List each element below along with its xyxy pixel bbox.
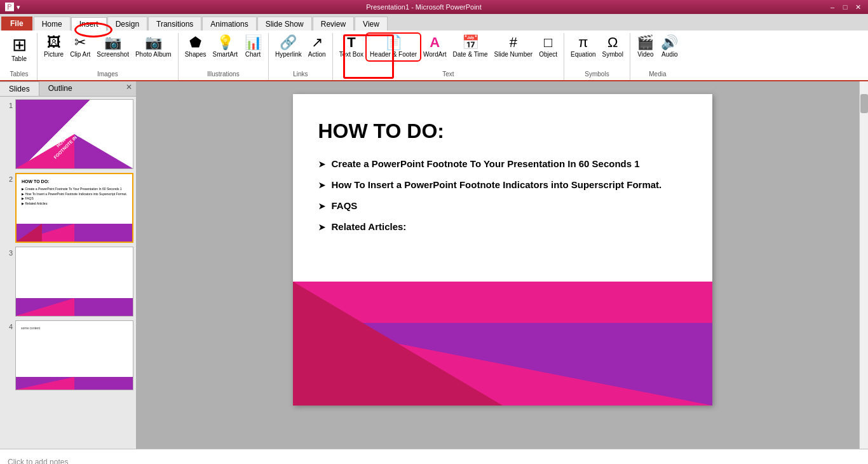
slide-thumb-2[interactable]: 2 HOW TO DO: ▶ Create a PowerPoint Footn… xyxy=(3,173,133,243)
screenshot-button[interactable]: 📷 Screenshot xyxy=(94,34,132,60)
ribbon-group-tables: ⊞ Table Tables xyxy=(3,33,37,80)
close-panel-button[interactable]: ✕ xyxy=(122,81,136,96)
clip-art-button[interactable]: ✂ Clip Art xyxy=(67,34,93,60)
chart-icon: 📊 xyxy=(245,36,262,50)
canvas-scrollbar[interactable] xyxy=(859,81,868,449)
header-footer-label: Header & Footer xyxy=(370,51,417,58)
slide-bullets: ➤ Create a PowerPoint Footnote To Your P… xyxy=(318,158,687,232)
textbox-label: Text Box xyxy=(339,51,363,58)
slide-num-3: 3 xyxy=(3,247,13,257)
window-title: Presentation1 - Microsoft PowerPoint xyxy=(20,3,827,11)
ribbon-group-illustrations: ⬟ Shapes 💡 SmartArt 📊 Chart Illustration… xyxy=(180,33,269,80)
video-icon: 🎬 xyxy=(637,36,654,50)
video-label: Video xyxy=(637,51,653,58)
wordart-button[interactable]: A WordArt xyxy=(421,34,449,60)
bullet-arrow-3: ➤ xyxy=(318,201,325,211)
bullet-text-1: Create a PowerPoint Footnote To Your Pre… xyxy=(332,158,640,169)
audio-button[interactable]: 🔊 Audio xyxy=(658,34,681,60)
clip-art-label: Clip Art xyxy=(70,51,90,58)
symbol-icon: Ω xyxy=(607,36,618,50)
symbol-button[interactable]: Ω Symbol xyxy=(600,34,626,60)
slides-tab[interactable]: Slides xyxy=(0,81,39,96)
table-icon: ⊞ xyxy=(12,36,27,54)
textbox-button[interactable]: T Text Box xyxy=(337,34,366,60)
equation-label: Equation xyxy=(571,51,595,58)
left-panel: Slides Outline ✕ 1 HOW TO CREATE AFOOTNO… xyxy=(0,81,137,449)
video-button[interactable]: 🎬 Video xyxy=(634,34,657,60)
slide-thumb-4[interactable]: 4 some content xyxy=(3,320,133,390)
outline-tab[interactable]: Outline xyxy=(39,81,81,96)
slides-list: 1 HOW TO CREATE AFOOTNOTE IN POWERPOINT xyxy=(0,97,136,449)
photo-album-button[interactable]: 📷 Photo Album xyxy=(133,34,174,60)
picture-icon: 🖼 xyxy=(47,36,61,50)
tab-view[interactable]: View xyxy=(355,17,388,31)
header-footer-button[interactable]: 📄 Header & Footer xyxy=(367,34,419,60)
slide-num-2: 2 xyxy=(3,173,13,183)
screenshot-label: Screenshot xyxy=(97,51,129,58)
header-footer-icon: 📄 xyxy=(385,36,402,50)
picture-button[interactable]: 🖼 Picture xyxy=(41,34,66,60)
picture-label: Picture xyxy=(44,51,64,58)
slide2-content: ▶ Create a PowerPoint Footnote To Your P… xyxy=(22,187,130,206)
date-time-label: Date & Time xyxy=(453,51,488,58)
equation-button[interactable]: π Equation xyxy=(568,34,598,60)
illustrations-group-label: Illustrations xyxy=(182,69,264,79)
slide-thumb-1[interactable]: 1 HOW TO CREATE AFOOTNOTE IN POWERPOINT xyxy=(3,99,133,169)
ribbon-tab-bar: File Home Insert Design Transitions Anim… xyxy=(0,14,868,31)
table-button[interactable]: ⊞ Table xyxy=(5,34,33,65)
slide-number-button[interactable]: # Slide Number xyxy=(492,34,536,60)
slide-number-icon: # xyxy=(510,36,517,50)
slide-preview-4[interactable]: some content xyxy=(15,320,133,390)
action-button[interactable]: ↗ Action xyxy=(306,34,329,60)
slide-canvas[interactable]: HOW TO DO: ➤ Create a PowerPoint Footnot… xyxy=(293,94,712,406)
maximize-button[interactable]: □ xyxy=(840,2,850,12)
slide-num-1: 1 xyxy=(3,99,13,109)
bullet-arrow-4: ➤ xyxy=(318,222,325,232)
table-label: Table xyxy=(11,55,27,63)
tab-insert[interactable]: Insert xyxy=(71,17,107,31)
bullet-3: ➤ FAQS xyxy=(318,200,687,211)
tab-slideshow[interactable]: Slide Show xyxy=(257,17,312,31)
slide-thumb-3[interactable]: 3 xyxy=(3,247,133,317)
hyperlink-button[interactable]: 🔗 Hyperlink xyxy=(273,34,304,60)
screenshot-icon: 📷 xyxy=(104,36,121,50)
bullet-text-4: Related Articles: xyxy=(332,221,407,232)
photo-album-icon: 📷 xyxy=(145,36,162,50)
slide-preview-1[interactable]: HOW TO CREATE AFOOTNOTE IN POWERPOINT xyxy=(15,99,133,169)
links-group-label: Links xyxy=(273,69,329,79)
smartart-icon: 💡 xyxy=(217,36,234,50)
bullet-2: ➤ How To Insert a PowerPoint Footnote In… xyxy=(318,179,687,190)
tab-animations[interactable]: Animations xyxy=(202,17,256,31)
notes-area[interactable]: Click to add notes xyxy=(0,449,868,464)
slide-bottom-decoration xyxy=(293,282,712,406)
tab-file[interactable]: File xyxy=(1,17,32,31)
minimize-button[interactable]: – xyxy=(827,2,837,12)
slide-preview-2[interactable]: HOW TO DO: ▶ Create a PowerPoint Footnot… xyxy=(15,173,133,243)
chart-button[interactable]: 📊 Chart xyxy=(241,34,264,60)
symbols-group-label: Symbols xyxy=(568,69,626,79)
close-button[interactable]: ✕ xyxy=(853,2,863,12)
panel-tabs: Slides Outline ✕ xyxy=(0,81,136,97)
ribbon-group-links: 🔗 Hyperlink ↗ Action Links xyxy=(270,33,333,80)
bullet-1: ➤ Create a PowerPoint Footnote To Your P… xyxy=(318,158,687,169)
date-time-button[interactable]: 📅 Date & Time xyxy=(451,34,491,60)
slide-content: HOW TO DO: ➤ Create a PowerPoint Footnot… xyxy=(293,94,712,281)
bullet-4: ➤ Related Articles: xyxy=(318,221,687,232)
bullet-text-2: How To Insert a PowerPoint Footnote Indi… xyxy=(332,179,662,190)
slide-num-4: 4 xyxy=(3,320,13,331)
ribbon-group-images: 🖼 Picture ✂ Clip Art 📷 Screenshot 📷 Phot… xyxy=(39,33,179,80)
slide-preview-3[interactable] xyxy=(15,247,133,317)
object-button[interactable]: □ Object xyxy=(536,34,560,60)
shapes-button[interactable]: ⬟ Shapes xyxy=(182,34,209,60)
tab-home[interactable]: Home xyxy=(34,17,71,31)
title-bar: 🅿 ▾ Presentation1 - Microsoft PowerPoint… xyxy=(0,0,868,14)
tab-design[interactable]: Design xyxy=(107,17,147,31)
canvas-area: HOW TO DO: ➤ Create a PowerPoint Footnot… xyxy=(137,81,868,449)
ribbon-group-text: T Text Box 📄 Header & Footer A WordArt 📅… xyxy=(334,33,564,80)
text-group-label: Text xyxy=(337,69,560,79)
hyperlink-icon: 🔗 xyxy=(280,36,297,50)
tab-review[interactable]: Review xyxy=(313,17,354,31)
tab-transitions[interactable]: Transitions xyxy=(148,17,201,31)
smartart-button[interactable]: 💡 SmartArt xyxy=(210,34,240,60)
hyperlink-label: Hyperlink xyxy=(275,51,302,58)
